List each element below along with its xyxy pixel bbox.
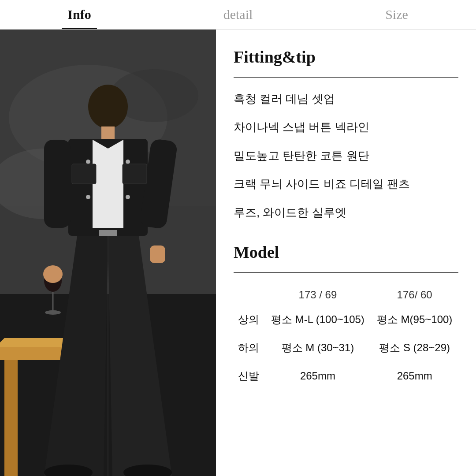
svg-point-26 [86, 160, 90, 164]
svg-point-11 [88, 85, 128, 129]
model-title: Model [234, 242, 458, 262]
feature-2: 차이나넥 스냅 버튼 넥라인 [234, 119, 458, 135]
tab-size-label: Size [385, 7, 408, 22]
svg-point-36 [45, 310, 61, 315]
fitting-divider [234, 77, 458, 78]
col-model1-header: 173 / 69 [265, 282, 371, 305]
svg-point-37 [43, 265, 63, 283]
tab-size[interactable]: Size [317, 0, 476, 29]
table-row: 상의 평소 M-L (100~105) 평소 M(95~100) [234, 305, 458, 334]
tab-info-label: Info [67, 7, 91, 22]
tab-info[interactable]: Info [0, 0, 159, 29]
fitting-section: Fitting&tip 흑청 컬러 데님 셋업 차이나넥 스냅 버튼 넥라인 밀… [234, 47, 458, 220]
main-content: Fitting&tip 흑청 컬러 데님 셋업 차이나넥 스냅 버튼 넥라인 밀… [0, 30, 476, 476]
info-panel: Fitting&tip 흑청 컬러 데님 셋업 차이나넥 스냅 버튼 넥라인 밀… [216, 30, 476, 476]
model-table-header-row: 173 / 69 176/ 60 [234, 282, 458, 305]
row3-col1: 265mm [265, 362, 371, 390]
svg-rect-12 [101, 126, 115, 140]
model-divider [234, 272, 458, 273]
feature-5: 루즈, 와이드한 실루엣 [234, 205, 458, 220]
feature-4: 크랙 무늬 사이드 비죠 디테일 팬츠 [234, 176, 458, 192]
row3-col2: 265mm [371, 362, 458, 390]
model-section: Model 173 / 69 176/ 60 상의 평소 M-L (100~10… [234, 242, 458, 390]
tab-detail-label: detail [223, 7, 253, 22]
row1-col2: 평소 M(95~100) [371, 305, 458, 334]
model-table: 173 / 69 176/ 60 상의 평소 M-L (100~105) 평소 … [234, 282, 458, 390]
row2-col2: 평소 S (28~29) [371, 334, 458, 362]
svg-point-28 [86, 195, 90, 199]
table-row: 하의 평소 M (30~31) 평소 S (28~29) [234, 334, 458, 362]
svg-rect-33 [123, 164, 147, 184]
row2-label: 하의 [234, 334, 265, 362]
table-row: 신발 265mm 265mm [234, 362, 458, 390]
tab-detail[interactable]: detail [159, 0, 317, 29]
svg-rect-8 [4, 360, 18, 476]
row2-col1: 평소 M (30~31) [265, 334, 371, 362]
product-image-svg [0, 30, 216, 476]
features-list: 흑청 컬러 데님 셋업 차이나넥 스냅 버튼 넥라인 밀도높고 탄탄한 코튼 원… [234, 91, 458, 220]
row1-col1: 평소 M-L (100~105) [265, 305, 371, 334]
tab-bar: Info detail Size [0, 0, 476, 30]
product-image-panel [0, 30, 216, 476]
svg-rect-32 [72, 164, 96, 184]
svg-rect-14 [93, 140, 123, 228]
svg-point-29 [126, 160, 130, 164]
col-label-header [234, 282, 265, 305]
fitting-title: Fitting&tip [234, 47, 458, 67]
col-model2-header: 176/ 60 [371, 282, 458, 305]
svg-point-31 [126, 195, 130, 199]
row3-label: 신발 [234, 362, 265, 390]
feature-1: 흑청 컬러 데님 셋업 [234, 91, 458, 107]
svg-rect-17 [44, 140, 71, 228]
row1-label: 상의 [234, 305, 265, 334]
feature-3: 밀도높고 탄탄한 코튼 원단 [234, 148, 458, 164]
svg-rect-38 [150, 245, 165, 263]
